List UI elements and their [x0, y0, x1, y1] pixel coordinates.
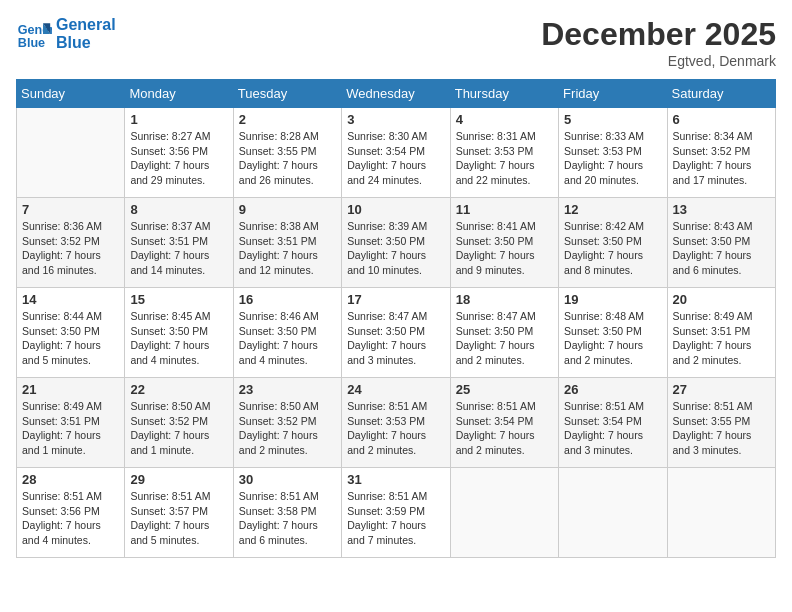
- calendar-cell: [667, 468, 775, 558]
- cell-info: Sunrise: 8:51 AMSunset: 3:54 PMDaylight:…: [564, 399, 661, 458]
- calendar-cell: 1Sunrise: 8:27 AMSunset: 3:56 PMDaylight…: [125, 108, 233, 198]
- calendar-cell: 3Sunrise: 8:30 AMSunset: 3:54 PMDaylight…: [342, 108, 450, 198]
- calendar-cell: 4Sunrise: 8:31 AMSunset: 3:53 PMDaylight…: [450, 108, 558, 198]
- day-number: 21: [22, 382, 119, 397]
- day-number: 7: [22, 202, 119, 217]
- weekday-header-row: SundayMondayTuesdayWednesdayThursdayFrid…: [17, 80, 776, 108]
- day-number: 23: [239, 382, 336, 397]
- calendar-cell: 21Sunrise: 8:49 AMSunset: 3:51 PMDayligh…: [17, 378, 125, 468]
- weekday-header-wednesday: Wednesday: [342, 80, 450, 108]
- logo-line1: General: [56, 16, 116, 34]
- calendar-cell: 15Sunrise: 8:45 AMSunset: 3:50 PMDayligh…: [125, 288, 233, 378]
- calendar-cell: 7Sunrise: 8:36 AMSunset: 3:52 PMDaylight…: [17, 198, 125, 288]
- calendar-cell: [17, 108, 125, 198]
- cell-info: Sunrise: 8:51 AMSunset: 3:53 PMDaylight:…: [347, 399, 444, 458]
- cell-info: Sunrise: 8:38 AMSunset: 3:51 PMDaylight:…: [239, 219, 336, 278]
- cell-info: Sunrise: 8:51 AMSunset: 3:58 PMDaylight:…: [239, 489, 336, 548]
- day-number: 2: [239, 112, 336, 127]
- day-number: 28: [22, 472, 119, 487]
- day-number: 1: [130, 112, 227, 127]
- calendar-cell: 28Sunrise: 8:51 AMSunset: 3:56 PMDayligh…: [17, 468, 125, 558]
- day-number: 31: [347, 472, 444, 487]
- cell-info: Sunrise: 8:43 AMSunset: 3:50 PMDaylight:…: [673, 219, 770, 278]
- calendar-cell: 22Sunrise: 8:50 AMSunset: 3:52 PMDayligh…: [125, 378, 233, 468]
- calendar-cell: 19Sunrise: 8:48 AMSunset: 3:50 PMDayligh…: [559, 288, 667, 378]
- day-number: 11: [456, 202, 553, 217]
- calendar-cell: 2Sunrise: 8:28 AMSunset: 3:55 PMDaylight…: [233, 108, 341, 198]
- cell-info: Sunrise: 8:50 AMSunset: 3:52 PMDaylight:…: [130, 399, 227, 458]
- day-number: 20: [673, 292, 770, 307]
- cell-info: Sunrise: 8:28 AMSunset: 3:55 PMDaylight:…: [239, 129, 336, 188]
- calendar-cell: 25Sunrise: 8:51 AMSunset: 3:54 PMDayligh…: [450, 378, 558, 468]
- month-title: December 2025: [541, 16, 776, 53]
- day-number: 4: [456, 112, 553, 127]
- cell-info: Sunrise: 8:34 AMSunset: 3:52 PMDaylight:…: [673, 129, 770, 188]
- weekday-header-tuesday: Tuesday: [233, 80, 341, 108]
- calendar-week-row: 1Sunrise: 8:27 AMSunset: 3:56 PMDaylight…: [17, 108, 776, 198]
- cell-info: Sunrise: 8:50 AMSunset: 3:52 PMDaylight:…: [239, 399, 336, 458]
- calendar-cell: 6Sunrise: 8:34 AMSunset: 3:52 PMDaylight…: [667, 108, 775, 198]
- cell-info: Sunrise: 8:51 AMSunset: 3:55 PMDaylight:…: [673, 399, 770, 458]
- cell-info: Sunrise: 8:41 AMSunset: 3:50 PMDaylight:…: [456, 219, 553, 278]
- calendar-cell: 29Sunrise: 8:51 AMSunset: 3:57 PMDayligh…: [125, 468, 233, 558]
- location: Egtved, Denmark: [541, 53, 776, 69]
- calendar-cell: 8Sunrise: 8:37 AMSunset: 3:51 PMDaylight…: [125, 198, 233, 288]
- calendar-cell: 26Sunrise: 8:51 AMSunset: 3:54 PMDayligh…: [559, 378, 667, 468]
- weekday-header-monday: Monday: [125, 80, 233, 108]
- day-number: 8: [130, 202, 227, 217]
- calendar-cell: [559, 468, 667, 558]
- cell-info: Sunrise: 8:49 AMSunset: 3:51 PMDaylight:…: [22, 399, 119, 458]
- day-number: 5: [564, 112, 661, 127]
- cell-info: Sunrise: 8:30 AMSunset: 3:54 PMDaylight:…: [347, 129, 444, 188]
- day-number: 19: [564, 292, 661, 307]
- calendar-cell: 31Sunrise: 8:51 AMSunset: 3:59 PMDayligh…: [342, 468, 450, 558]
- logo-icon: General Blue: [16, 16, 52, 52]
- cell-info: Sunrise: 8:27 AMSunset: 3:56 PMDaylight:…: [130, 129, 227, 188]
- cell-info: Sunrise: 8:31 AMSunset: 3:53 PMDaylight:…: [456, 129, 553, 188]
- calendar-cell: 12Sunrise: 8:42 AMSunset: 3:50 PMDayligh…: [559, 198, 667, 288]
- weekday-header-saturday: Saturday: [667, 80, 775, 108]
- page-header: General Blue General Blue December 2025 …: [16, 16, 776, 69]
- cell-info: Sunrise: 8:47 AMSunset: 3:50 PMDaylight:…: [347, 309, 444, 368]
- day-number: 25: [456, 382, 553, 397]
- cell-info: Sunrise: 8:51 AMSunset: 3:59 PMDaylight:…: [347, 489, 444, 548]
- cell-info: Sunrise: 8:33 AMSunset: 3:53 PMDaylight:…: [564, 129, 661, 188]
- day-number: 17: [347, 292, 444, 307]
- calendar-cell: 23Sunrise: 8:50 AMSunset: 3:52 PMDayligh…: [233, 378, 341, 468]
- day-number: 10: [347, 202, 444, 217]
- calendar-week-row: 21Sunrise: 8:49 AMSunset: 3:51 PMDayligh…: [17, 378, 776, 468]
- day-number: 22: [130, 382, 227, 397]
- calendar-cell: 30Sunrise: 8:51 AMSunset: 3:58 PMDayligh…: [233, 468, 341, 558]
- day-number: 29: [130, 472, 227, 487]
- calendar-cell: [450, 468, 558, 558]
- day-number: 18: [456, 292, 553, 307]
- cell-info: Sunrise: 8:44 AMSunset: 3:50 PMDaylight:…: [22, 309, 119, 368]
- calendar-cell: 18Sunrise: 8:47 AMSunset: 3:50 PMDayligh…: [450, 288, 558, 378]
- calendar-cell: 11Sunrise: 8:41 AMSunset: 3:50 PMDayligh…: [450, 198, 558, 288]
- calendar-cell: 14Sunrise: 8:44 AMSunset: 3:50 PMDayligh…: [17, 288, 125, 378]
- day-number: 3: [347, 112, 444, 127]
- cell-info: Sunrise: 8:51 AMSunset: 3:56 PMDaylight:…: [22, 489, 119, 548]
- day-number: 26: [564, 382, 661, 397]
- weekday-header-thursday: Thursday: [450, 80, 558, 108]
- cell-info: Sunrise: 8:46 AMSunset: 3:50 PMDaylight:…: [239, 309, 336, 368]
- cell-info: Sunrise: 8:47 AMSunset: 3:50 PMDaylight:…: [456, 309, 553, 368]
- calendar-cell: 20Sunrise: 8:49 AMSunset: 3:51 PMDayligh…: [667, 288, 775, 378]
- calendar-cell: 24Sunrise: 8:51 AMSunset: 3:53 PMDayligh…: [342, 378, 450, 468]
- calendar-cell: 13Sunrise: 8:43 AMSunset: 3:50 PMDayligh…: [667, 198, 775, 288]
- calendar-cell: 5Sunrise: 8:33 AMSunset: 3:53 PMDaylight…: [559, 108, 667, 198]
- cell-info: Sunrise: 8:45 AMSunset: 3:50 PMDaylight:…: [130, 309, 227, 368]
- day-number: 13: [673, 202, 770, 217]
- cell-info: Sunrise: 8:51 AMSunset: 3:54 PMDaylight:…: [456, 399, 553, 458]
- cell-info: Sunrise: 8:49 AMSunset: 3:51 PMDaylight:…: [673, 309, 770, 368]
- day-number: 6: [673, 112, 770, 127]
- weekday-header-sunday: Sunday: [17, 80, 125, 108]
- logo: General Blue General Blue: [16, 16, 116, 52]
- calendar-cell: 9Sunrise: 8:38 AMSunset: 3:51 PMDaylight…: [233, 198, 341, 288]
- calendar-table: SundayMondayTuesdayWednesdayThursdayFrid…: [16, 79, 776, 558]
- weekday-header-friday: Friday: [559, 80, 667, 108]
- day-number: 30: [239, 472, 336, 487]
- day-number: 15: [130, 292, 227, 307]
- cell-info: Sunrise: 8:36 AMSunset: 3:52 PMDaylight:…: [22, 219, 119, 278]
- calendar-week-row: 7Sunrise: 8:36 AMSunset: 3:52 PMDaylight…: [17, 198, 776, 288]
